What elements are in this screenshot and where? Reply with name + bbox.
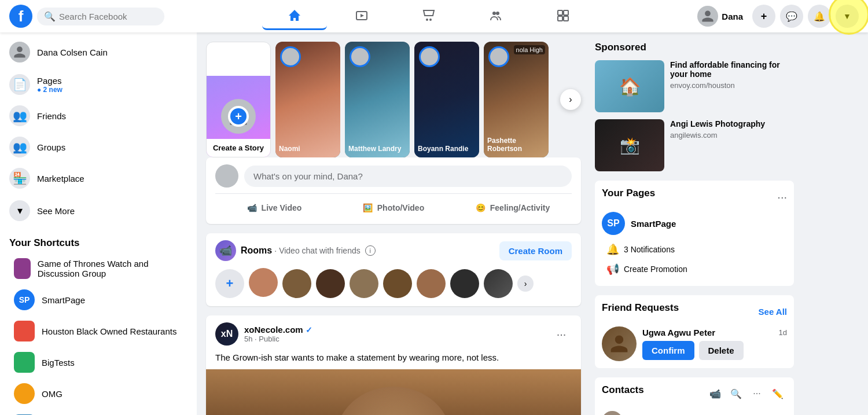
story-name-1: Naomi bbox=[279, 145, 337, 153]
user-profile-button[interactable]: Dana bbox=[693, 3, 748, 29]
room-add-wrap[interactable]: + bbox=[215, 269, 244, 298]
story-card-4[interactable]: nola High Pashette Robertson bbox=[484, 42, 549, 157]
shortcut-item-got[interactable]: Game of Thrones Watch and Discussion Gro… bbox=[9, 254, 187, 284]
nav-home-button[interactable] bbox=[262, 2, 327, 30]
post-menu-button[interactable]: ··· bbox=[551, 324, 572, 344]
create-room-button[interactable]: Create Room bbox=[499, 241, 572, 260]
story-card-3[interactable]: Boyann Randie bbox=[414, 42, 479, 157]
story-name-2: Matthew Landry bbox=[348, 145, 406, 153]
stories-section: + Create a Story Naomi Matthew Landry bbox=[206, 42, 581, 157]
shortcut-item-houston[interactable]: Houston Black Owned Restaurants bbox=[9, 316, 187, 346]
your-pages-more-button[interactable]: ··· bbox=[777, 190, 787, 204]
room-avatar-5 bbox=[383, 269, 412, 298]
dropdown-menu-button[interactable]: ▼ bbox=[836, 5, 859, 28]
shortcut-item-omg[interactable]: OMG bbox=[9, 379, 187, 409]
contacts-more-button[interactable]: ··· bbox=[748, 384, 766, 403]
friend-time: 1d bbox=[779, 328, 787, 337]
room-person-4[interactable] bbox=[350, 269, 378, 298]
sponsored-domain-2: angilewis.com bbox=[670, 131, 765, 139]
story-card-2[interactable]: Matthew Landry bbox=[345, 42, 410, 157]
room-avatar-2 bbox=[282, 269, 311, 298]
contacts-video-button[interactable]: 📹 bbox=[706, 384, 724, 403]
room-person-2[interactable] bbox=[282, 269, 311, 298]
author-name: xoNecole.com ✓ bbox=[244, 325, 312, 335]
page-promotion-button[interactable]: 📢 Create Promotion bbox=[602, 259, 787, 279]
sidebar-user-name: Dana Colsen Cain bbox=[37, 47, 108, 57]
author-avatar: xN bbox=[215, 322, 238, 346]
friend-request-item: Ugwa Agwu Peter 1d Confirm Delete bbox=[602, 326, 787, 361]
sponsored-item-2[interactable]: 📸 Angi Lewis Photography angilewis.com bbox=[595, 119, 794, 171]
center-feed: + Create a Story Naomi Matthew Landry bbox=[197, 32, 590, 415]
shortcut-item-bigtests[interactable]: BigTests bbox=[9, 347, 187, 377]
contact-item-celeste[interactable]: Celeste Walker bbox=[602, 409, 787, 415]
sponsored-image-2: 📸 bbox=[595, 119, 664, 171]
messenger-button[interactable]: 💬 bbox=[780, 5, 803, 28]
shortcuts-section: Your Shortcuts Game of Thrones Watch and… bbox=[5, 233, 192, 415]
page-notifications-button[interactable]: 🔔 3 Notifications bbox=[602, 240, 787, 259]
bell-icon: 🔔 bbox=[606, 243, 619, 256]
nav-groups-button[interactable] bbox=[464, 2, 528, 30]
room-person-3[interactable] bbox=[316, 269, 345, 298]
delete-friend-button[interactable]: Delete bbox=[699, 341, 744, 360]
sidebar-item-groups[interactable]: 👥 Groups bbox=[5, 132, 192, 162]
sidebar-item-friends[interactable]: 👥 Friends bbox=[5, 101, 192, 131]
rooms-info-icon[interactable]: i bbox=[365, 245, 376, 256]
room-avatar-1 bbox=[249, 268, 278, 297]
search-icon: 🔍 bbox=[44, 11, 56, 22]
room-person-1[interactable] bbox=[249, 268, 278, 299]
sidebar-user-profile[interactable]: Dana Colsen Cain bbox=[5, 37, 192, 67]
rooms-scroll-next[interactable]: › bbox=[517, 276, 534, 292]
room-avatar-3 bbox=[316, 269, 345, 298]
see-more-button[interactable]: ▾ See More bbox=[5, 196, 192, 226]
sidebar-item-marketplace[interactable]: 🏪 Marketplace bbox=[5, 163, 192, 193]
photo-video-button[interactable]: 🖼️ Photo/Video bbox=[334, 199, 453, 217]
story-card-1[interactable]: Naomi bbox=[275, 42, 340, 157]
contacts-search-button[interactable]: 🔍 bbox=[727, 384, 745, 403]
search-box[interactable]: 🔍 bbox=[37, 8, 164, 25]
shortcuts-title: Your Shortcuts bbox=[9, 237, 187, 249]
confirm-friend-button[interactable]: Confirm bbox=[642, 341, 694, 360]
feeling-activity-button[interactable]: 😊 Feeling/Activity bbox=[454, 199, 572, 217]
story-avatar-3 bbox=[419, 46, 440, 67]
room-person-6[interactable] bbox=[417, 269, 446, 298]
facebook-logo[interactable]: f bbox=[9, 5, 32, 28]
nav-portal-button[interactable] bbox=[531, 2, 595, 30]
shortcut-houston-label: Houston Black Owned Restaurants bbox=[42, 326, 176, 336]
nav-watch-button[interactable] bbox=[329, 2, 394, 30]
sponsored-item-1[interactable]: 🏠 Find affordable financing for your hom… bbox=[595, 60, 794, 112]
room-person-5[interactable] bbox=[383, 269, 412, 298]
page-item-smartpage[interactable]: SP SmartPage bbox=[602, 212, 787, 235]
post-time: 5h · Public bbox=[244, 335, 312, 343]
sidebar-item-pages[interactable]: 📄 Pages ● 2 new bbox=[5, 69, 192, 100]
search-input[interactable] bbox=[59, 12, 157, 21]
room-person-7[interactable] bbox=[450, 269, 479, 298]
nav-right-actions: Dana + 💬 🔔 ▼ bbox=[693, 3, 859, 29]
notifications-button[interactable]: 🔔 bbox=[808, 5, 831, 28]
create-promotion-label: Create Promotion bbox=[624, 265, 687, 274]
svg-rect-9 bbox=[564, 16, 568, 21]
contacts-compose-button[interactable]: ✏️ bbox=[768, 384, 787, 403]
add-button[interactable]: + bbox=[752, 5, 775, 28]
user-name-nav: Dana bbox=[722, 12, 743, 21]
svg-point-4 bbox=[492, 12, 496, 15]
shortcut-item-smartpage[interactable]: SP SmartPage bbox=[9, 285, 187, 315]
verified-badge: ✓ bbox=[306, 325, 312, 335]
svg-point-5 bbox=[496, 12, 499, 15]
shortcut-item-trump[interactable]: Former Trump Supporters bbox=[9, 410, 187, 415]
post-author: xN xoNecole.com ✓ 5h · Public bbox=[215, 322, 312, 346]
sponsored-section: Sponsored 🏠 Find affordable financing fo… bbox=[595, 42, 794, 171]
contacts-title: Contacts bbox=[602, 384, 644, 396]
friend-name: Ugwa Agwu Peter bbox=[642, 328, 715, 337]
sidebar-user-avatar bbox=[9, 42, 30, 63]
notifications-label: 3 Notifications bbox=[624, 245, 675, 254]
marketplace-icon: 🏪 bbox=[9, 168, 30, 189]
room-person-8[interactable] bbox=[484, 269, 513, 298]
see-all-link[interactable]: See All bbox=[759, 307, 787, 317]
create-story-card[interactable]: + Create a Story bbox=[206, 42, 271, 157]
live-video-button[interactable]: 📹 Live Video bbox=[215, 199, 333, 217]
nav-marketplace-button[interactable] bbox=[396, 2, 461, 30]
stories-scroll: + Create a Story Naomi Matthew Landry bbox=[206, 42, 581, 157]
shortcut-bigtests-label: BigTests bbox=[42, 358, 75, 368]
stories-next-button[interactable]: › bbox=[560, 89, 581, 110]
post-input[interactable]: What's on your mind, Dana? bbox=[244, 166, 572, 187]
